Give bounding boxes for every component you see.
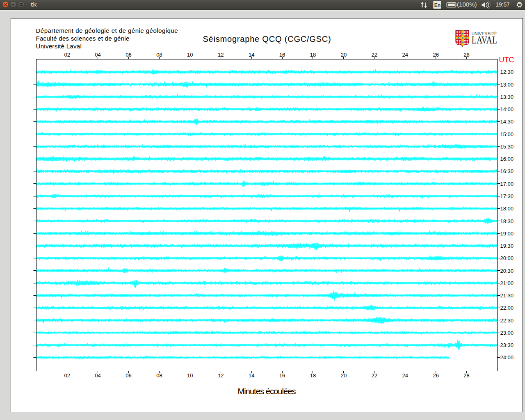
svg-text:Minutes écoulées: Minutes écoulées: [237, 387, 296, 396]
svg-text:26: 26: [433, 372, 438, 379]
svg-text:24: 24: [402, 52, 408, 58]
svg-text:13:30: 13:30: [500, 94, 514, 100]
svg-text:14: 14: [249, 52, 254, 58]
svg-text:LAVAL: LAVAL: [472, 34, 497, 46]
svg-text:18: 18: [310, 372, 316, 379]
svg-text:06: 06: [126, 372, 131, 379]
svg-text:24:00: 24:00: [500, 354, 514, 361]
svg-text:23:00: 23:00: [500, 330, 514, 336]
svg-text:21:30: 21:30: [500, 292, 514, 299]
svg-text:15:00: 15:00: [500, 131, 514, 137]
svg-text:26: 26: [433, 52, 438, 58]
svg-text:19:57: 19:57: [495, 1, 510, 8]
svg-text:19:00: 19:00: [500, 231, 514, 237]
svg-text:08: 08: [156, 372, 162, 379]
svg-text:20: 20: [341, 372, 347, 379]
svg-text:04: 04: [95, 52, 100, 58]
svg-text:28: 28: [463, 52, 469, 58]
svg-text:14:00: 14:00: [500, 106, 514, 112]
svg-text:18:30: 18:30: [500, 218, 514, 224]
svg-text:16: 16: [279, 372, 285, 379]
svg-text:tk: tk: [31, 1, 37, 8]
svg-text:02: 02: [64, 52, 70, 58]
svg-text:18: 18: [310, 52, 316, 58]
svg-text:Université Laval: Université Laval: [36, 43, 82, 50]
svg-text:24: 24: [402, 372, 408, 379]
svg-text:22: 22: [372, 52, 377, 58]
svg-text:20:00: 20:00: [500, 255, 514, 261]
svg-text:12:30: 12:30: [500, 69, 514, 75]
svg-text:12: 12: [218, 52, 224, 58]
svg-text:19:30: 19:30: [500, 243, 514, 249]
svg-text:21:00: 21:00: [500, 280, 514, 286]
svg-text:17:00: 17:00: [500, 181, 514, 187]
svg-text:En: En: [434, 2, 441, 8]
svg-text:20:30: 20:30: [500, 268, 514, 274]
svg-text:16:00: 16:00: [500, 156, 514, 162]
svg-text:14: 14: [249, 372, 254, 379]
svg-text:14:30: 14:30: [500, 119, 514, 125]
svg-text:12: 12: [218, 372, 224, 379]
svg-text:28: 28: [463, 372, 469, 379]
svg-text:08: 08: [156, 52, 162, 58]
svg-text:23:30: 23:30: [500, 342, 514, 348]
svg-text:04: 04: [95, 372, 100, 379]
svg-text:UTC: UTC: [499, 56, 514, 64]
svg-text:10: 10: [187, 372, 193, 379]
svg-text:06: 06: [126, 52, 131, 58]
svg-text:15:30: 15:30: [500, 144, 514, 150]
svg-text:22: 22: [372, 372, 377, 379]
svg-text:10: 10: [187, 52, 193, 58]
svg-text:18:00: 18:00: [500, 205, 514, 212]
svg-text:13:00: 13:00: [500, 82, 514, 88]
svg-text:16:30: 16:30: [500, 168, 514, 174]
svg-text:Séismographe QCQ (CGC/GSC): Séismographe QCQ (CGC/GSC): [203, 34, 331, 43]
svg-text:16: 16: [279, 52, 285, 58]
svg-text:22:30: 22:30: [500, 317, 514, 324]
svg-text:02: 02: [64, 372, 70, 379]
svg-text:Département de géologie et de: Département de géologie et de génie géol…: [36, 27, 178, 34]
svg-text:22:00: 22:00: [500, 305, 514, 311]
svg-text:20: 20: [341, 52, 347, 58]
svg-text:Faculté des sciences et de gén: Faculté des sciences et de génie: [36, 35, 130, 42]
svg-text:17:30: 17:30: [500, 193, 514, 199]
svg-text:(100%): (100%): [457, 1, 477, 8]
